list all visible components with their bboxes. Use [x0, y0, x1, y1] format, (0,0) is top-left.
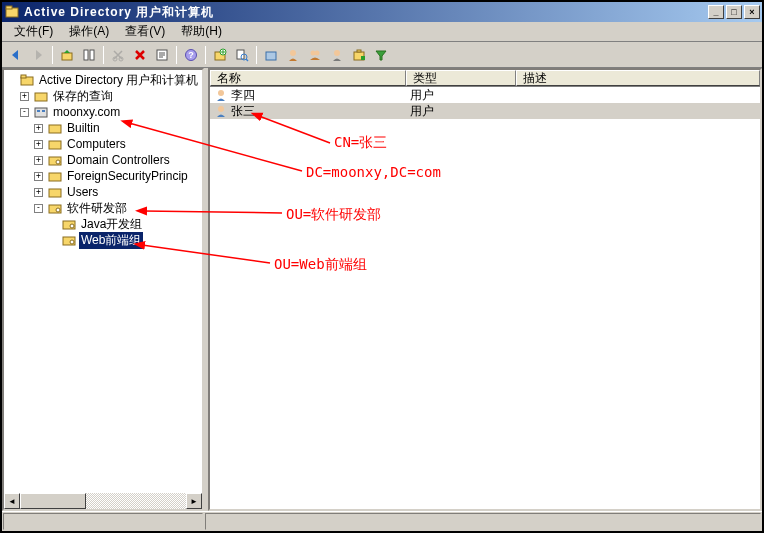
new-user-button[interactable]: [283, 45, 303, 65]
collapse-icon[interactable]: -: [34, 204, 43, 213]
tree-computers[interactable]: + Computers: [4, 136, 202, 152]
svg-rect-39: [49, 189, 61, 197]
col-type[interactable]: 类型: [406, 70, 516, 86]
svg-rect-35: [49, 141, 61, 149]
close-button[interactable]: ×: [744, 5, 760, 19]
tree-hscrollbar[interactable]: ◄ ►: [4, 493, 202, 509]
domain-icon: [33, 105, 49, 119]
forward-button[interactable]: [28, 45, 48, 65]
tree-root-label: Active Directory 用户和计算机: [37, 72, 200, 89]
tree-pane: Active Directory 用户和计算机 + 保存的查询 - moonxy…: [2, 68, 204, 511]
tree-label: Builtin: [65, 121, 102, 135]
list-row[interactable]: 李四 用户: [210, 87, 760, 103]
back-button[interactable]: [6, 45, 26, 65]
new-inetorgperson-button[interactable]: [327, 45, 347, 65]
svg-rect-29: [21, 75, 26, 78]
status-pane-right: [205, 513, 761, 530]
tree-domain[interactable]: - moonxy.com: [4, 104, 202, 120]
directory-tree: Active Directory 用户和计算机 + 保存的查询 - moonxy…: [4, 70, 202, 250]
tree-saved-queries[interactable]: + 保存的查询: [4, 88, 202, 104]
folder-icon: [47, 185, 63, 199]
toolbar-separator: [205, 46, 206, 64]
status-pane-left: [3, 513, 203, 530]
toolbar-separator: [256, 46, 257, 64]
svg-rect-30: [35, 93, 47, 101]
cut-button[interactable]: [108, 45, 128, 65]
tree-builtin[interactable]: + Builtin: [4, 120, 202, 136]
expand-icon[interactable]: +: [20, 92, 29, 101]
tree-label: Java开发组: [79, 216, 144, 233]
properties-button[interactable]: [152, 45, 172, 65]
window-title: Active Directory 用户和计算机: [24, 4, 706, 21]
ou-icon: [47, 201, 63, 215]
tree-ou-web[interactable]: Web前端组: [4, 232, 202, 248]
tree-label: Domain Controllers: [65, 153, 172, 167]
new-container-button[interactable]: [261, 45, 281, 65]
toolbar-separator: [52, 46, 53, 64]
delete-button[interactable]: [130, 45, 150, 65]
new-group-button[interactable]: [305, 45, 325, 65]
folder-icon: [33, 89, 49, 103]
title-bar: Active Directory 用户和计算机 _ □ ×: [2, 2, 762, 22]
up-button[interactable]: [57, 45, 77, 65]
svg-rect-4: [90, 50, 94, 60]
new-ou-button[interactable]: [210, 45, 230, 65]
cell-name: 张三: [231, 103, 255, 120]
tree-label-selected: Web前端组: [79, 232, 143, 249]
user-icon: [214, 104, 228, 118]
svg-rect-31: [35, 108, 47, 117]
tree-label: ForeignSecurityPrincip: [65, 169, 190, 183]
tree-root[interactable]: Active Directory 用户和计算机: [4, 72, 202, 88]
expand-icon[interactable]: +: [34, 188, 43, 197]
tree-fsp[interactable]: + ForeignSecurityPrincip: [4, 168, 202, 184]
status-bar: [2, 511, 762, 531]
show-hide-button[interactable]: [79, 45, 99, 65]
scroll-thumb[interactable]: [20, 493, 86, 509]
tree-ou-java[interactable]: Java开发组: [4, 216, 202, 232]
scroll-right-button[interactable]: ►: [186, 493, 202, 509]
svg-rect-1: [6, 6, 12, 9]
svg-point-37: [56, 160, 60, 164]
workspace: Active Directory 用户和计算机 + 保存的查询 - moonxy…: [2, 68, 762, 511]
folder-icon: [19, 73, 35, 87]
menu-view[interactable]: 查看(V): [117, 21, 173, 42]
new-computer-button[interactable]: [349, 45, 369, 65]
collapse-icon[interactable]: -: [20, 108, 29, 117]
svg-point-41: [56, 208, 60, 212]
svg-text:?: ?: [188, 50, 194, 60]
menu-help[interactable]: 帮助(H): [173, 21, 230, 42]
cell-type: 用户: [410, 103, 434, 120]
svg-rect-20: [266, 52, 276, 60]
svg-line-19: [246, 59, 248, 61]
toolbar-separator: [176, 46, 177, 64]
menu-action[interactable]: 操作(A): [61, 21, 117, 42]
tree-users[interactable]: + Users: [4, 184, 202, 200]
minimize-button[interactable]: _: [708, 5, 724, 19]
col-desc[interactable]: 描述: [516, 70, 760, 86]
tree-label: 软件研发部: [65, 200, 129, 217]
expand-icon[interactable]: +: [34, 140, 43, 149]
find-button[interactable]: [232, 45, 252, 65]
menu-file[interactable]: 文件(F): [6, 21, 61, 42]
filter-button[interactable]: [371, 45, 391, 65]
maximize-button[interactable]: □: [726, 5, 742, 19]
scroll-left-button[interactable]: ◄: [4, 493, 20, 509]
list-pane: 名称 类型 描述 李四 用户 张三 用户: [208, 68, 762, 511]
folder-icon: [47, 121, 63, 135]
tree-label: moonxy.com: [51, 105, 122, 119]
help-button[interactable]: ?: [181, 45, 201, 65]
list-header: 名称 类型 描述: [210, 70, 760, 87]
expand-icon[interactable]: +: [34, 172, 43, 181]
expand-icon[interactable]: +: [34, 124, 43, 133]
list-row[interactable]: 张三 用户: [210, 103, 760, 119]
svg-rect-32: [37, 110, 40, 112]
toolbar-separator: [103, 46, 104, 64]
tree-ou-rd[interactable]: - 软件研发部: [4, 200, 202, 216]
svg-point-46: [218, 90, 224, 96]
tree-domain-controllers[interactable]: + Domain Controllers: [4, 152, 202, 168]
expand-icon[interactable]: +: [34, 156, 43, 165]
tree-label: Users: [65, 185, 100, 199]
svg-point-47: [218, 106, 224, 112]
col-name[interactable]: 名称: [210, 70, 406, 86]
svg-point-23: [315, 50, 320, 55]
